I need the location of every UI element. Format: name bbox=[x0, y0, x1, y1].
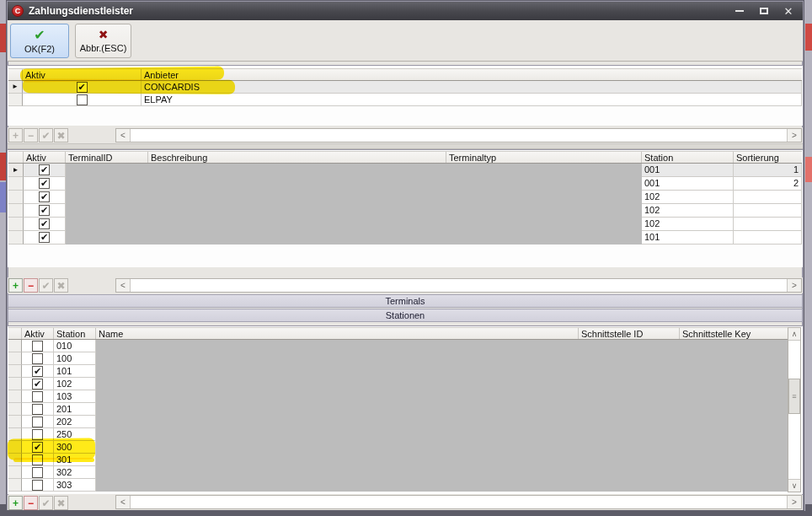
app-logo-icon: C bbox=[12, 5, 24, 17]
post-edit-button[interactable]: ✔ bbox=[39, 496, 53, 510]
provider-row[interactable]: ELPAY bbox=[8, 94, 802, 106]
row-selector-cell bbox=[8, 204, 24, 218]
column-header-terminalid[interactable]: TerminalID bbox=[66, 152, 148, 163]
ok-button[interactable]: ✔ OK(F2) bbox=[10, 24, 69, 58]
delete-row-button[interactable]: − bbox=[24, 496, 38, 510]
screen: C Zahlungsdienstleister ✕ ✔ OK(F2) ✖ Abb… bbox=[0, 0, 812, 516]
column-header-anbieter[interactable]: Anbieter bbox=[142, 69, 802, 80]
column-header-station[interactable]: Station bbox=[54, 328, 96, 339]
scroll-right-button[interactable]: > bbox=[787, 129, 801, 142]
station-cell: 102 bbox=[642, 204, 734, 218]
column-header-beschreibung[interactable]: Beschreibung bbox=[148, 152, 446, 163]
panel-divider bbox=[8, 143, 803, 149]
checkbox-unchecked[interactable] bbox=[32, 480, 43, 491]
section-bar-label: Stationen bbox=[386, 310, 425, 320]
background-right-strip bbox=[805, 0, 812, 516]
scroll-down-button[interactable]: ∨ bbox=[788, 479, 800, 492]
post-edit-button[interactable]: ✔ bbox=[39, 278, 53, 293]
column-header-sortierung[interactable]: Sortierung bbox=[734, 152, 802, 163]
horizontal-scrollbar[interactable]: < > bbox=[115, 278, 802, 293]
cancel-edit-button[interactable]: ✖ bbox=[54, 128, 68, 142]
row-selector-cell: ► bbox=[8, 164, 24, 177]
checkbox-checked[interactable]: ✔ bbox=[32, 366, 43, 377]
checkbox-unchecked[interactable] bbox=[32, 391, 43, 402]
background-red-segment bbox=[0, 24, 6, 52]
terminal-grid-header: Aktiv TerminalID Beschreibung Terminalty… bbox=[8, 151, 802, 164]
column-header-name[interactable]: Name bbox=[96, 328, 579, 339]
window-title: Zahlungsdienstleister bbox=[29, 5, 133, 17]
column-header-terminaltyp[interactable]: Terminaltyp bbox=[446, 152, 642, 163]
terminal-grid-navbar: + − ✔ ✖ < > bbox=[8, 277, 803, 293]
section-bar-terminals[interactable]: Terminals bbox=[8, 294, 803, 308]
background-red-segment bbox=[0, 153, 6, 180]
redacted-data-block bbox=[66, 164, 642, 245]
column-header-station[interactable]: Station bbox=[642, 152, 734, 163]
aktiv-cell bbox=[23, 94, 142, 106]
column-header-schnittstelle-key[interactable]: Schnittstelle Key bbox=[680, 328, 788, 339]
scrollbar-track[interactable] bbox=[131, 279, 787, 292]
cancel-edit-button[interactable]: ✖ bbox=[54, 496, 68, 510]
cancel-edit-button[interactable]: ✖ bbox=[54, 278, 68, 293]
scroll-right-button[interactable]: > bbox=[787, 496, 801, 508]
station-cell: 303 bbox=[54, 479, 96, 492]
scrollbar-track[interactable] bbox=[131, 129, 787, 142]
close-button[interactable]: ✕ bbox=[783, 5, 794, 17]
highlight-annotation bbox=[23, 78, 235, 94]
station-cell: 001 bbox=[642, 177, 734, 191]
post-edit-button[interactable]: ✔ bbox=[39, 128, 53, 142]
scrollbar-track[interactable] bbox=[131, 496, 787, 508]
window-controls: ✕ bbox=[734, 5, 794, 17]
aktiv-cell bbox=[22, 479, 54, 492]
column-header-aktiv[interactable]: Aktiv bbox=[22, 328, 54, 339]
scrollbar-thumb[interactable]: ≡ bbox=[788, 379, 800, 414]
station-cell: 202 bbox=[54, 416, 96, 428]
column-header-schnittstelle-id[interactable]: Schnittstelle ID bbox=[579, 328, 680, 339]
checkbox-checked[interactable]: ✔ bbox=[39, 232, 50, 243]
aktiv-cell bbox=[22, 390, 54, 403]
checkbox-checked[interactable]: ✔ bbox=[32, 379, 43, 390]
horizontal-scrollbar[interactable]: < > bbox=[115, 128, 802, 142]
checkbox-unchecked[interactable] bbox=[32, 353, 43, 364]
maximize-button[interactable] bbox=[758, 5, 770, 17]
add-row-button[interactable]: + bbox=[8, 128, 23, 142]
section-bar-stationen[interactable]: Stationen bbox=[8, 309, 803, 322]
column-header-aktiv[interactable]: Aktiv bbox=[24, 152, 66, 163]
current-row-arrow-icon: ► bbox=[13, 167, 19, 174]
scroll-left-button[interactable]: < bbox=[116, 496, 131, 508]
checkbox-unchecked[interactable] bbox=[32, 467, 43, 478]
scroll-right-button[interactable]: > bbox=[787, 279, 801, 292]
checkbox-checked[interactable]: ✔ bbox=[39, 218, 50, 229]
vertical-scrollbar[interactable]: ∧ ≡ ∨ bbox=[788, 327, 801, 492]
station-cell: 101 bbox=[54, 365, 96, 378]
checkbox-checked[interactable]: ✔ bbox=[39, 205, 50, 216]
background-red-segment bbox=[805, 24, 812, 51]
scroll-left-button[interactable]: < bbox=[116, 129, 131, 142]
horizontal-scrollbar[interactable]: < > bbox=[115, 495, 802, 509]
row-selector-cell bbox=[8, 365, 22, 378]
add-row-button[interactable]: + bbox=[8, 496, 23, 510]
aktiv-cell: ✔ bbox=[22, 378, 54, 390]
sortierung-cell: 1 bbox=[734, 164, 802, 177]
scroll-left-button[interactable]: < bbox=[116, 279, 131, 292]
background-bottom-strip bbox=[0, 511, 812, 516]
row-selector-cell bbox=[8, 479, 22, 492]
row-selector-cell bbox=[8, 177, 24, 191]
row-selector-cell bbox=[8, 352, 22, 365]
minimize-button[interactable] bbox=[734, 5, 745, 17]
delete-row-button[interactable]: − bbox=[24, 278, 38, 293]
checkbox-unchecked[interactable] bbox=[32, 417, 43, 427]
checkbox-checked[interactable]: ✔ bbox=[39, 178, 50, 189]
checkbox-unchecked[interactable] bbox=[32, 341, 43, 352]
checkbox-unchecked[interactable] bbox=[77, 94, 88, 105]
cancel-button[interactable]: ✖ Abbr.(ESC) bbox=[75, 24, 131, 58]
aktiv-cell: ✔ bbox=[24, 218, 66, 231]
checkbox-unchecked[interactable] bbox=[32, 404, 43, 415]
minimize-icon bbox=[735, 10, 744, 12]
check-icon: ✔ bbox=[34, 29, 45, 42]
delete-row-button[interactable]: − bbox=[24, 128, 38, 142]
checkbox-checked[interactable]: ✔ bbox=[39, 191, 50, 202]
aktiv-cell bbox=[22, 416, 54, 428]
checkbox-checked[interactable]: ✔ bbox=[39, 164, 50, 175]
add-row-button[interactable]: + bbox=[8, 278, 23, 293]
scroll-up-button[interactable]: ∧ bbox=[788, 328, 800, 341]
